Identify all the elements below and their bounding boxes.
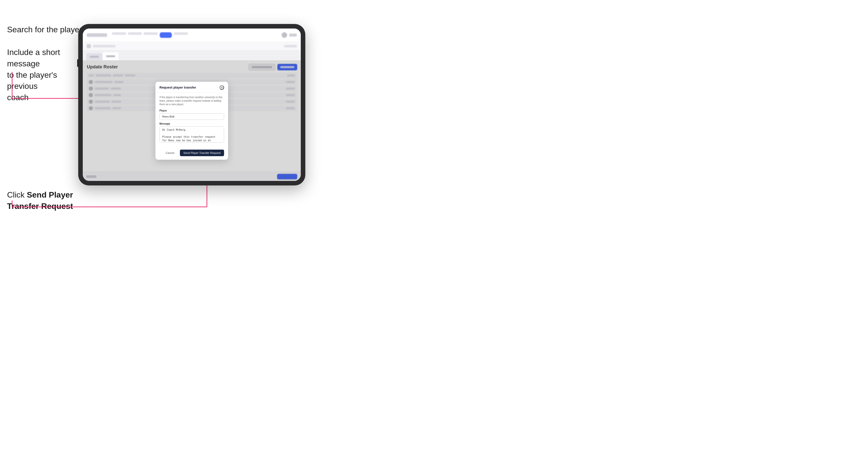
modal-title: Request player transfer — [159, 86, 196, 89]
nav-item-active — [160, 32, 172, 38]
annotation-click: Click Send PlayerTransfer Request — [7, 189, 75, 212]
modal-overlay: Request player transfer ✕ If the player … — [83, 60, 301, 181]
header-btn — [289, 34, 297, 37]
modal-header: Request player transfer ✕ — [155, 82, 228, 93]
user-avatar — [282, 32, 287, 38]
annotation-message: Include a short messageto the player's p… — [7, 47, 75, 103]
nav-item-2 — [128, 32, 142, 35]
tab-label-active — [106, 55, 115, 57]
tab-label-1 — [90, 56, 99, 58]
nav-item-3 — [144, 32, 158, 35]
request-transfer-modal: Request player transfer ✕ If the player … — [155, 82, 228, 160]
tablet-side-button — [77, 59, 78, 67]
modal-body: If the player is transferring from anoth… — [155, 93, 228, 150]
message-textarea[interactable]: Hi Coach McHarg, Please accept this tran… — [159, 126, 224, 143]
modal-description: If the player is transferring from anoth… — [159, 96, 224, 106]
tablet-frame: Update Roster — [78, 24, 305, 185]
subheader-right — [284, 45, 297, 48]
nav-item-5 — [174, 32, 188, 35]
tab-bar — [83, 51, 301, 60]
subheader-action — [284, 45, 297, 48]
cancel-button[interactable]: Cancel — [162, 150, 178, 156]
tab-item-active — [103, 52, 119, 60]
app-logo — [87, 33, 107, 37]
player-field-label: Player — [159, 109, 224, 112]
app-header — [83, 29, 301, 42]
annotation-search: Search for the player. — [7, 24, 84, 35]
app-content: Update Roster — [83, 60, 301, 181]
modal-close-button[interactable]: ✕ — [219, 85, 224, 90]
breadcrumb-icon — [87, 44, 91, 48]
tablet-screen: Update Roster — [83, 29, 301, 181]
nav-item-1 — [112, 32, 126, 35]
modal-footer: Cancel Send Player Transfer Request — [155, 150, 228, 160]
tab-item-1 — [86, 53, 102, 60]
app-subheader — [83, 42, 301, 51]
message-field-label: Message — [159, 122, 224, 125]
breadcrumb-text — [93, 45, 116, 48]
header-right — [282, 32, 297, 38]
player-input[interactable] — [159, 113, 224, 120]
send-transfer-button[interactable]: Send Player Transfer Request — [180, 150, 224, 156]
app-nav — [112, 32, 279, 38]
